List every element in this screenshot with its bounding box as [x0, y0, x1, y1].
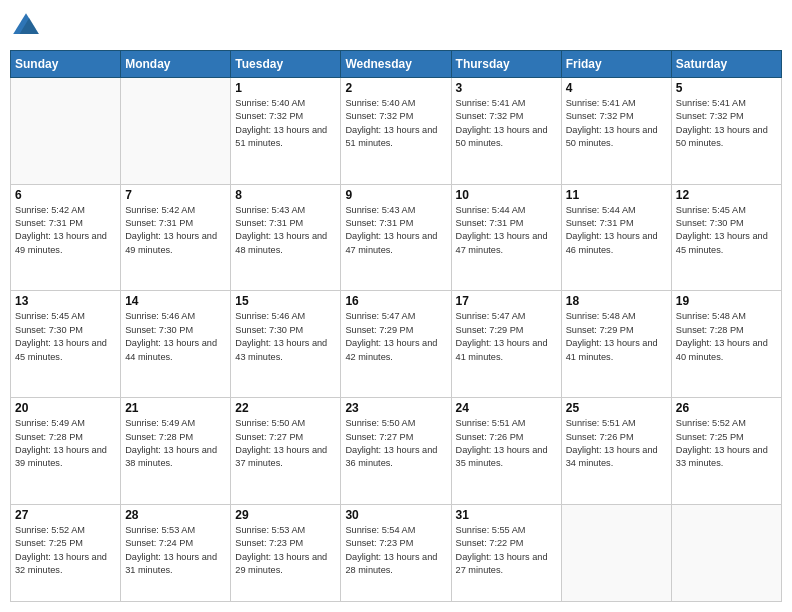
day-number: 19 [676, 294, 777, 308]
day-info: Sunrise: 5:43 AMSunset: 7:31 PMDaylight:… [235, 204, 336, 257]
day-number: 24 [456, 401, 557, 415]
calendar-cell: 31Sunrise: 5:55 AMSunset: 7:22 PMDayligh… [451, 504, 561, 601]
logo [10, 10, 46, 42]
day-number: 8 [235, 188, 336, 202]
calendar-cell: 8Sunrise: 5:43 AMSunset: 7:31 PMDaylight… [231, 184, 341, 291]
day-info: Sunrise: 5:54 AMSunset: 7:23 PMDaylight:… [345, 524, 446, 577]
header [10, 10, 782, 42]
day-info: Sunrise: 5:40 AMSunset: 7:32 PMDaylight:… [235, 97, 336, 150]
calendar-week-3: 13Sunrise: 5:45 AMSunset: 7:30 PMDayligh… [11, 291, 782, 398]
calendar-cell: 10Sunrise: 5:44 AMSunset: 7:31 PMDayligh… [451, 184, 561, 291]
calendar-cell: 5Sunrise: 5:41 AMSunset: 7:32 PMDaylight… [671, 78, 781, 185]
day-number: 11 [566, 188, 667, 202]
day-number: 20 [15, 401, 116, 415]
day-number: 4 [566, 81, 667, 95]
calendar-cell: 22Sunrise: 5:50 AMSunset: 7:27 PMDayligh… [231, 398, 341, 505]
day-info: Sunrise: 5:53 AMSunset: 7:23 PMDaylight:… [235, 524, 336, 577]
day-number: 29 [235, 508, 336, 522]
day-info: Sunrise: 5:44 AMSunset: 7:31 PMDaylight:… [566, 204, 667, 257]
day-info: Sunrise: 5:50 AMSunset: 7:27 PMDaylight:… [345, 417, 446, 470]
calendar-cell: 12Sunrise: 5:45 AMSunset: 7:30 PMDayligh… [671, 184, 781, 291]
day-info: Sunrise: 5:42 AMSunset: 7:31 PMDaylight:… [15, 204, 116, 257]
day-info: Sunrise: 5:51 AMSunset: 7:26 PMDaylight:… [566, 417, 667, 470]
day-info: Sunrise: 5:44 AMSunset: 7:31 PMDaylight:… [456, 204, 557, 257]
day-info: Sunrise: 5:40 AMSunset: 7:32 PMDaylight:… [345, 97, 446, 150]
calendar-cell: 14Sunrise: 5:46 AMSunset: 7:30 PMDayligh… [121, 291, 231, 398]
calendar-cell: 2Sunrise: 5:40 AMSunset: 7:32 PMDaylight… [341, 78, 451, 185]
calendar-cell: 28Sunrise: 5:53 AMSunset: 7:24 PMDayligh… [121, 504, 231, 601]
day-info: Sunrise: 5:41 AMSunset: 7:32 PMDaylight:… [456, 97, 557, 150]
page: SundayMondayTuesdayWednesdayThursdayFrid… [0, 0, 792, 612]
calendar-cell: 25Sunrise: 5:51 AMSunset: 7:26 PMDayligh… [561, 398, 671, 505]
logo-icon [10, 10, 42, 42]
day-info: Sunrise: 5:49 AMSunset: 7:28 PMDaylight:… [15, 417, 116, 470]
calendar-cell: 6Sunrise: 5:42 AMSunset: 7:31 PMDaylight… [11, 184, 121, 291]
day-number: 3 [456, 81, 557, 95]
day-info: Sunrise: 5:50 AMSunset: 7:27 PMDaylight:… [235, 417, 336, 470]
day-info: Sunrise: 5:48 AMSunset: 7:29 PMDaylight:… [566, 310, 667, 363]
calendar-cell [671, 504, 781, 601]
day-number: 9 [345, 188, 446, 202]
day-number: 23 [345, 401, 446, 415]
calendar-cell [121, 78, 231, 185]
calendar-week-1: 1Sunrise: 5:40 AMSunset: 7:32 PMDaylight… [11, 78, 782, 185]
weekday-header-saturday: Saturday [671, 51, 781, 78]
weekday-header-thursday: Thursday [451, 51, 561, 78]
calendar-cell: 23Sunrise: 5:50 AMSunset: 7:27 PMDayligh… [341, 398, 451, 505]
weekday-header-wednesday: Wednesday [341, 51, 451, 78]
weekday-header-monday: Monday [121, 51, 231, 78]
day-number: 16 [345, 294, 446, 308]
calendar-cell: 3Sunrise: 5:41 AMSunset: 7:32 PMDaylight… [451, 78, 561, 185]
calendar-cell: 16Sunrise: 5:47 AMSunset: 7:29 PMDayligh… [341, 291, 451, 398]
day-info: Sunrise: 5:47 AMSunset: 7:29 PMDaylight:… [345, 310, 446, 363]
day-number: 27 [15, 508, 116, 522]
day-info: Sunrise: 5:52 AMSunset: 7:25 PMDaylight:… [676, 417, 777, 470]
calendar-cell: 30Sunrise: 5:54 AMSunset: 7:23 PMDayligh… [341, 504, 451, 601]
day-number: 10 [456, 188, 557, 202]
calendar-cell: 4Sunrise: 5:41 AMSunset: 7:32 PMDaylight… [561, 78, 671, 185]
day-number: 25 [566, 401, 667, 415]
calendar-cell: 21Sunrise: 5:49 AMSunset: 7:28 PMDayligh… [121, 398, 231, 505]
calendar-table: SundayMondayTuesdayWednesdayThursdayFrid… [10, 50, 782, 602]
calendar-week-4: 20Sunrise: 5:49 AMSunset: 7:28 PMDayligh… [11, 398, 782, 505]
day-number: 26 [676, 401, 777, 415]
calendar-cell [561, 504, 671, 601]
day-number: 6 [15, 188, 116, 202]
day-info: Sunrise: 5:47 AMSunset: 7:29 PMDaylight:… [456, 310, 557, 363]
calendar-week-2: 6Sunrise: 5:42 AMSunset: 7:31 PMDaylight… [11, 184, 782, 291]
day-info: Sunrise: 5:49 AMSunset: 7:28 PMDaylight:… [125, 417, 226, 470]
day-info: Sunrise: 5:46 AMSunset: 7:30 PMDaylight:… [125, 310, 226, 363]
day-number: 18 [566, 294, 667, 308]
day-number: 7 [125, 188, 226, 202]
day-number: 12 [676, 188, 777, 202]
calendar-cell: 18Sunrise: 5:48 AMSunset: 7:29 PMDayligh… [561, 291, 671, 398]
day-info: Sunrise: 5:41 AMSunset: 7:32 PMDaylight:… [566, 97, 667, 150]
day-number: 5 [676, 81, 777, 95]
calendar-cell: 11Sunrise: 5:44 AMSunset: 7:31 PMDayligh… [561, 184, 671, 291]
day-info: Sunrise: 5:45 AMSunset: 7:30 PMDaylight:… [676, 204, 777, 257]
weekday-header-row: SundayMondayTuesdayWednesdayThursdayFrid… [11, 51, 782, 78]
day-number: 17 [456, 294, 557, 308]
day-number: 31 [456, 508, 557, 522]
day-number: 21 [125, 401, 226, 415]
day-info: Sunrise: 5:41 AMSunset: 7:32 PMDaylight:… [676, 97, 777, 150]
calendar-cell: 27Sunrise: 5:52 AMSunset: 7:25 PMDayligh… [11, 504, 121, 601]
calendar-cell: 17Sunrise: 5:47 AMSunset: 7:29 PMDayligh… [451, 291, 561, 398]
calendar-cell: 26Sunrise: 5:52 AMSunset: 7:25 PMDayligh… [671, 398, 781, 505]
calendar-cell: 9Sunrise: 5:43 AMSunset: 7:31 PMDaylight… [341, 184, 451, 291]
day-number: 15 [235, 294, 336, 308]
calendar-cell [11, 78, 121, 185]
calendar-cell: 7Sunrise: 5:42 AMSunset: 7:31 PMDaylight… [121, 184, 231, 291]
calendar-cell: 19Sunrise: 5:48 AMSunset: 7:28 PMDayligh… [671, 291, 781, 398]
weekday-header-sunday: Sunday [11, 51, 121, 78]
calendar-cell: 13Sunrise: 5:45 AMSunset: 7:30 PMDayligh… [11, 291, 121, 398]
weekday-header-friday: Friday [561, 51, 671, 78]
day-number: 30 [345, 508, 446, 522]
day-number: 22 [235, 401, 336, 415]
day-info: Sunrise: 5:51 AMSunset: 7:26 PMDaylight:… [456, 417, 557, 470]
calendar-cell: 29Sunrise: 5:53 AMSunset: 7:23 PMDayligh… [231, 504, 341, 601]
calendar-cell: 20Sunrise: 5:49 AMSunset: 7:28 PMDayligh… [11, 398, 121, 505]
day-info: Sunrise: 5:43 AMSunset: 7:31 PMDaylight:… [345, 204, 446, 257]
calendar-cell: 15Sunrise: 5:46 AMSunset: 7:30 PMDayligh… [231, 291, 341, 398]
day-info: Sunrise: 5:53 AMSunset: 7:24 PMDaylight:… [125, 524, 226, 577]
